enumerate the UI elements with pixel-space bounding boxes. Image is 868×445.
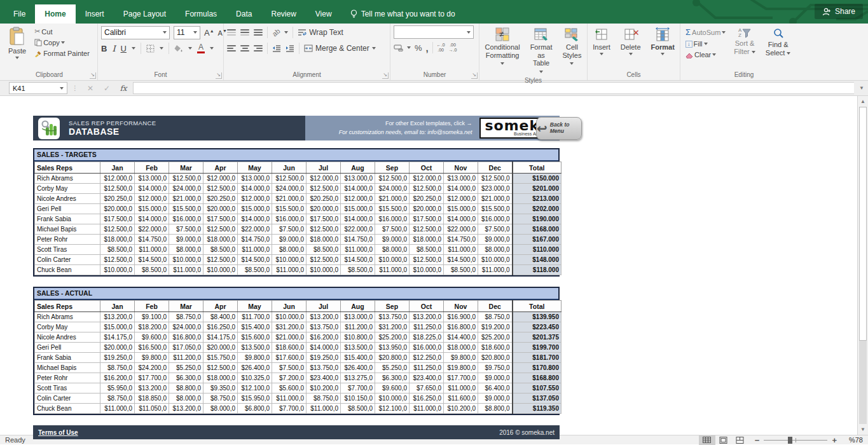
cell-month-value[interactable]: $18.000,0	[203, 235, 238, 245]
cell-month-value[interactable]: $20.800,0	[478, 353, 513, 363]
cell-month-value[interactable]: $13.200,0	[410, 312, 444, 322]
cell-month-value[interactable]: $9.000,0	[478, 235, 513, 245]
column-header-month[interactable]: Jun	[272, 162, 307, 174]
cell-month-value[interactable]: $5.600,0	[272, 383, 307, 394]
scrollbar-thumb[interactable]	[859, 107, 867, 341]
column-header-month[interactable]: Aug	[341, 162, 375, 174]
cell-month-value[interactable]: $12.500,0	[307, 184, 341, 194]
cell-sales-rep[interactable]: Michael Bapis	[35, 224, 100, 235]
clear-dropdown-arrow[interactable]	[712, 53, 716, 56]
cell-month-value[interactable]: $20.000,0	[100, 343, 135, 353]
zoom-level[interactable]: %78	[841, 436, 863, 444]
cell-month-value[interactable]: $11.700,0	[238, 312, 272, 322]
increase-font-size-button[interactable]: A▲	[204, 28, 214, 38]
cell-month-value[interactable]: $16.000,0	[375, 214, 410, 224]
cell-month-value[interactable]: $21.000,0	[478, 194, 513, 204]
align-right-button[interactable]	[254, 45, 263, 51]
cell-month-value[interactable]: $7.500,0	[272, 224, 307, 235]
cell-sales-rep[interactable]: Chuck Bean	[35, 265, 100, 275]
cell-month-value[interactable]: $12.500,0	[100, 184, 135, 194]
column-header-sales-reps[interactable]: Sales Reps	[35, 301, 100, 312]
merge-center-button[interactable]: Merge & Center	[304, 44, 376, 53]
fill-color-icon[interactable]	[174, 44, 183, 53]
cell-month-value[interactable]: $8.500,0	[100, 245, 135, 255]
cell-month-value[interactable]: $8.750,0	[478, 312, 513, 322]
column-header-month[interactable]: Apr	[203, 162, 238, 174]
cell-month-value[interactable]: $14.750,0	[341, 235, 375, 245]
cell-month-value[interactable]: $12.500,0	[100, 255, 135, 265]
copy-button[interactable]: Copy	[32, 38, 92, 47]
decrease-indent-icon[interactable]	[272, 44, 281, 52]
conditional-formatting-button[interactable]: ≠ ConditionalFormatting	[481, 25, 524, 69]
cell-month-value[interactable]: $8.000,0	[169, 394, 203, 404]
cell-month-value[interactable]: $13.000,0	[135, 174, 169, 184]
cell-month-value[interactable]: $17.500,0	[203, 214, 238, 224]
cell-month-value[interactable]: $21.000,0	[169, 194, 203, 204]
cell-month-value[interactable]: $10.325,0	[238, 373, 272, 383]
tell-me-box[interactable]: Tell me what you want to do	[341, 4, 464, 24]
cell-month-value[interactable]: $12.500,0	[272, 174, 307, 184]
cell-month-value[interactable]: $14.500,0	[444, 255, 478, 265]
cell-month-value[interactable]: $16.800,0	[444, 322, 478, 332]
cell-month-value[interactable]: $11.000,0	[238, 245, 272, 255]
cell-month-value[interactable]: $26.400,0	[341, 363, 375, 373]
cell-month-value[interactable]: $21.000,0	[272, 194, 307, 204]
cell-month-value[interactable]: $23.000,0	[478, 184, 513, 194]
cell-month-value[interactable]: $12.500,0	[410, 224, 444, 235]
cell-month-value[interactable]: $12.000,0	[100, 174, 135, 184]
cell-month-value[interactable]: $5.950,0	[100, 383, 135, 394]
cell-total[interactable]: $107.550	[513, 383, 561, 394]
cell-month-value[interactable]: $31.200,0	[272, 322, 307, 332]
cell-month-value[interactable]: $18.000,0	[307, 235, 341, 245]
cell-month-value[interactable]: $20.000,0	[307, 204, 341, 214]
alignment-dialog-launcher[interactable]: ↘	[382, 72, 389, 79]
cell-sales-rep[interactable]: Frank Sabia	[35, 214, 100, 224]
cell-month-value[interactable]: $11.000,0	[410, 404, 444, 414]
cell-month-value[interactable]: $26.400,0	[238, 363, 272, 373]
column-header-month[interactable]: Feb	[135, 162, 169, 174]
cell-month-value[interactable]: $21.000,0	[375, 194, 410, 204]
clear-button[interactable]: Clear	[684, 50, 727, 59]
cell-month-value[interactable]: $19.250,0	[307, 353, 341, 363]
cell-month-value[interactable]: $12.500,0	[203, 184, 238, 194]
cell-month-value[interactable]: $13.275,0	[341, 373, 375, 383]
cell-month-value[interactable]: $8.800,0	[478, 404, 513, 414]
cell-month-value[interactable]: $20.250,0	[307, 194, 341, 204]
cell-month-value[interactable]: $14.000,0	[444, 214, 478, 224]
cell-month-value[interactable]: $13.200,0	[135, 383, 169, 394]
cell-month-value[interactable]: $8.000,0	[478, 245, 513, 255]
format-cells-button[interactable]: Format	[647, 25, 679, 57]
paste-dropdown-arrow[interactable]	[15, 57, 19, 59]
align-center-button[interactable]	[240, 45, 249, 51]
cell-month-value[interactable]: $13.500,0	[341, 343, 375, 353]
column-header-month[interactable]: Oct	[410, 301, 444, 312]
column-header-month[interactable]: Jul	[307, 301, 341, 312]
cell-total[interactable]: $201.000	[513, 184, 561, 194]
increase-decimal-button[interactable]: ←.0 .00	[437, 43, 445, 52]
cell-month-value[interactable]: $20.250,0	[203, 194, 238, 204]
percent-style-button[interactable]: %	[415, 43, 422, 53]
cell-month-value[interactable]: $12.500,0	[203, 224, 238, 235]
cell-month-value[interactable]: $16.000,0	[478, 214, 513, 224]
cell-total[interactable]: $139.950	[513, 312, 561, 322]
cell-month-value[interactable]: $8.000,0	[272, 245, 307, 255]
cell-month-value[interactable]: $15.750,0	[203, 353, 238, 363]
expand-formula-bar-button[interactable]: ▼	[857, 85, 867, 91]
cell-month-value[interactable]: $11.000,0	[444, 245, 478, 255]
cell-styles-button[interactable]: CellStyles	[558, 25, 585, 69]
cell-sales-rep[interactable]: Rich Abrams	[35, 174, 100, 184]
cell-total[interactable]: $170.800	[513, 363, 561, 373]
cell-month-value[interactable]: $20.250,0	[100, 194, 135, 204]
cell-month-value[interactable]: $8.750,0	[307, 394, 341, 404]
cell-month-value[interactable]: $7.650,0	[410, 383, 444, 394]
cell-month-value[interactable]: $15.950,0	[238, 394, 272, 404]
number-dialog-launcher[interactable]: ↘	[471, 72, 478, 79]
cell-month-value[interactable]: $13.000,0	[238, 174, 272, 184]
cell-sales-rep[interactable]: Nicole Andres	[35, 194, 100, 204]
cell-month-value[interactable]: $10.000,0	[478, 255, 513, 265]
cell-sales-rep[interactable]: Michael Bapis	[35, 363, 100, 373]
cell-month-value[interactable]: $15.600,0	[238, 332, 272, 343]
fill-dropdown-arrow[interactable]	[704, 43, 708, 45]
cell-month-value[interactable]: $8.000,0	[375, 245, 410, 255]
column-header-month[interactable]: Nov	[444, 162, 478, 174]
